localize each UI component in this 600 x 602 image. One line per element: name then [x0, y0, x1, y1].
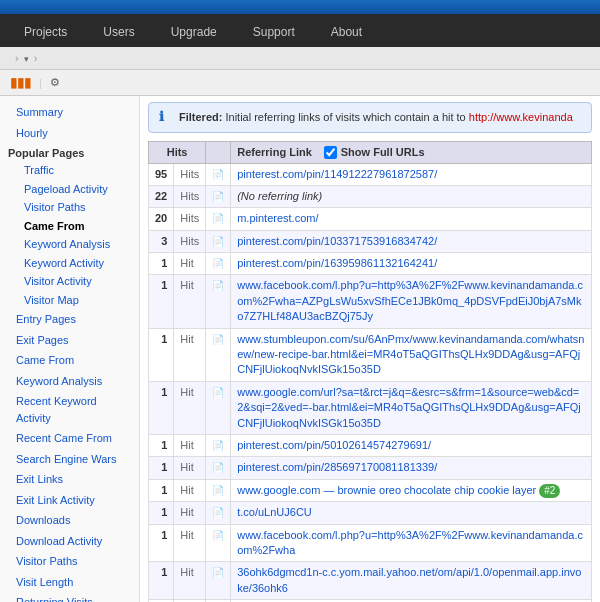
referring-link[interactable]: www.google.com/url?sa=t&rct=j&q=&esrc=s&…	[237, 386, 581, 429]
link-cell: pinterest.com/pin/50102614574279691/	[231, 434, 592, 456]
row-icon: 📄	[206, 253, 231, 275]
table-row: 1Hit📄www.google.com — brownie oreo choco…	[149, 479, 592, 501]
page-icon: 📄	[212, 213, 224, 224]
nav-item-users[interactable]: Users	[85, 17, 152, 47]
show-full-urls-label: Show Full URLs	[341, 146, 425, 158]
hits-label: Hit	[174, 502, 206, 524]
page-icon: 📄	[212, 236, 224, 247]
row-icon: 📄	[206, 502, 231, 524]
hits-count: 20	[149, 208, 174, 230]
hits-count: 1	[149, 253, 174, 275]
row-icon: 📄	[206, 562, 231, 600]
hits-count: 1	[149, 524, 174, 562]
sidebar-item-downloads[interactable]: Downloads	[0, 510, 139, 531]
referring-link[interactable]: 36ohk6dgmcd1n-c.c.yom.mail.yahoo.net/om/…	[237, 566, 581, 593]
sidebar-sub-visitor-paths[interactable]: Visitor Paths	[0, 198, 139, 217]
sidebar-sub-traffic[interactable]: Traffic	[0, 161, 139, 180]
link-cell: pinterest.com/pin/103371753916834742/	[231, 230, 592, 252]
table-row: 1Hit📄pinterest.com/pin/16395986113216424…	[149, 253, 592, 275]
col-icon	[206, 141, 231, 163]
config-link[interactable]: ⚙	[50, 76, 63, 89]
page-icon: 📄	[212, 169, 224, 180]
table-row: 22Hits📄(No referring link)	[149, 185, 592, 207]
referring-link[interactable]: pinterest.com/pin/163959861132164241/	[237, 257, 437, 269]
referring-link[interactable]: www.facebook.com/l.php?u=http%3A%2F%2Fww…	[237, 279, 583, 322]
table-row: 95Hits📄pinterest.com/pin/114912227961872…	[149, 163, 592, 185]
referring-link[interactable]: pinterest.com/pin/103371753916834742/	[237, 235, 437, 247]
navbar: ProjectsUsersUpgradeSupportAbout	[0, 14, 600, 47]
link-cell: www.facebook.com/l.php?u=http%3A%2F%2Fww…	[231, 524, 592, 562]
sidebar-item-download-activity[interactable]: Download Activity	[0, 531, 139, 552]
col-hits: Hits	[149, 141, 206, 163]
referring-link[interactable]: www.stumbleupon.com/su/6AnPmx/www.kevina…	[237, 333, 584, 376]
sidebar-sub-came-from[interactable]: Came From	[0, 217, 139, 236]
nav-item-upgrade[interactable]: Upgrade	[153, 17, 235, 47]
nav-item-about[interactable]: About	[313, 17, 380, 47]
filter-bar: ℹ Filtered: Initial referring links of v…	[148, 102, 592, 133]
sidebar-section-popular-pages: Popular Pages	[0, 143, 139, 161]
hits-label: Hit	[174, 253, 206, 275]
row-icon: 📄	[206, 208, 231, 230]
sidebar-item-returning-visits[interactable]: Returning Visits	[0, 592, 139, 602]
gear-icon: ⚙	[50, 76, 60, 89]
table-row: 1Hit📄www.facebook.com/l.php?u=http%3A%2F…	[149, 524, 592, 562]
table-row: 3Hits📄pinterest.com/pin/1033717539168347…	[149, 230, 592, 252]
referring-link[interactable]: www.facebook.com/l.php?u=http%3A%2F%2Fww…	[237, 529, 583, 556]
breadcrumb-sep2: ›	[34, 52, 38, 64]
sidebar-item-entry-pages[interactable]: Entry Pages	[0, 309, 139, 330]
breadcrumb: › ▾ ›	[0, 47, 600, 70]
content-area: ℹ Filtered: Initial referring links of v…	[140, 96, 600, 602]
nav-item-projects[interactable]: Projects	[6, 17, 85, 47]
sidebar-item-visit-length[interactable]: Visit Length	[0, 572, 139, 593]
link-cell: www.stumbleupon.com/su/6AnPmx/www.kevina…	[231, 328, 592, 381]
sidebar-item-visitor-paths[interactable]: Visitor Paths	[0, 551, 139, 572]
table-row: 1Hit📄www.google.com/url?sa=t&rct=j&q=&es…	[149, 381, 592, 434]
show-full-urls-checkbox[interactable]	[324, 146, 337, 159]
hits-label: Hits	[174, 208, 206, 230]
filter-url[interactable]: http://www.kevinanda	[469, 111, 573, 123]
referring-link[interactable]: t.co/uLnUJ6CU	[237, 506, 312, 518]
col-link: Referring Link Show Full URLs	[231, 141, 592, 163]
project-dropdown-arrow[interactable]: ▾	[24, 54, 29, 64]
row-icon: 📄	[206, 434, 231, 456]
hits-label: Hits	[174, 185, 206, 207]
sidebar-item-keyword-analysis[interactable]: Keyword Analysis	[0, 371, 139, 392]
sidebar-item-recent-keyword-activity[interactable]: Recent Keyword Activity	[0, 391, 139, 428]
sidebar-item-exit-links[interactable]: Exit Links	[0, 469, 139, 490]
sidebar-sub-keyword-activity[interactable]: Keyword Activity	[0, 254, 139, 273]
hits-label: Hit	[174, 275, 206, 328]
sidebar-sub-visitor-map[interactable]: Visitor Map	[0, 291, 139, 310]
data-table: Hits Referring Link Show Full URLs 95Hit…	[148, 141, 592, 603]
sidebar-item-exit-link-activity[interactable]: Exit Link Activity	[0, 490, 139, 511]
hits-count: 1	[149, 562, 174, 600]
sidebar-item-summary[interactable]: Summary	[0, 102, 139, 123]
table-row: 1Hit📄www.stumbleupon.com/su/6AnPmx/www.k…	[149, 328, 592, 381]
hits-count: 95	[149, 163, 174, 185]
sidebar-sub-visitor-activity[interactable]: Visitor Activity	[0, 272, 139, 291]
breadcrumb-project[interactable]: ▾	[24, 52, 29, 64]
referring-link[interactable]: pinterest.com/pin/50102614574279691/	[237, 439, 431, 451]
sidebar-item-exit-pages[interactable]: Exit Pages	[0, 330, 139, 351]
referring-link[interactable]: m.pinterest.com/	[237, 212, 318, 224]
link-cell: pinterest.com/pin/114912227961872587/	[231, 163, 592, 185]
sidebar-item-came-from[interactable]: Came From	[0, 350, 139, 371]
hits-count: 1	[149, 457, 174, 479]
hits-count: 22	[149, 185, 174, 207]
sidebar-sub-keyword-analysis[interactable]: Keyword Analysis	[0, 235, 139, 254]
row-icon: 📄	[206, 185, 231, 207]
link-cell: www.google.com/url?sa=t&rct=j&q=&esrc=s&…	[231, 381, 592, 434]
info-icon: ℹ	[159, 109, 173, 124]
referring-link[interactable]: pinterest.com/pin/114912227961872587/	[237, 168, 437, 180]
table-row: 1Hit📄pinterest.com/pin/50102614574279691…	[149, 434, 592, 456]
sidebar-item-search-engine-wars[interactable]: Search Engine Wars	[0, 449, 139, 470]
sidebar-sub-pageload-activity[interactable]: Pageload Activity	[0, 180, 139, 199]
sidebar-item-recent-came-from[interactable]: Recent Came From	[0, 428, 139, 449]
sidebar-item-hourly[interactable]: Hourly	[0, 123, 139, 144]
referring-link-label: Referring Link	[237, 146, 312, 158]
referring-link[interactable]: pinterest.com/pin/285697170081181339/	[237, 461, 437, 473]
hits-label: Hit	[174, 457, 206, 479]
nav-item-support[interactable]: Support	[235, 17, 313, 47]
referring-link[interactable]: www.google.com — brownie oreo chocolate …	[237, 484, 536, 496]
table-row: 1Hit📄www.facebook.com/l.php?u=http%3A%2F…	[149, 275, 592, 328]
row-icon: 📄	[206, 524, 231, 562]
